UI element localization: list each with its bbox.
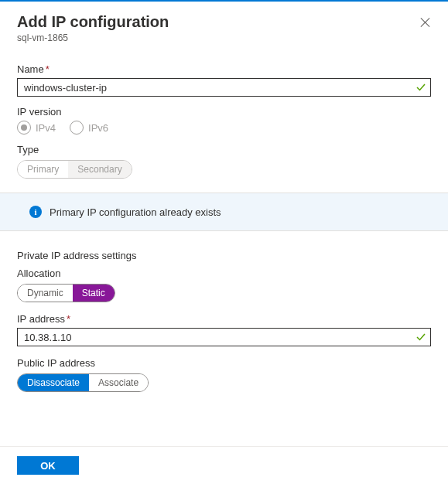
valid-check-icon [416,332,426,343]
allocation-label: Allocation [17,268,431,279]
ip-address-label: IP address* [17,313,431,325]
blade-body: Name* IP version IPv4 IPv6 [0,49,448,446]
blade-titles: Add IP configuration sql-vm-1865 [17,12,420,43]
required-indicator: * [46,63,50,75]
info-bar: i Primary IP configuration already exist… [0,193,448,231]
name-field: Name* [17,63,431,97]
ipv4-radio [17,121,31,135]
allocation-static-pill[interactable]: Static [73,285,115,302]
ip-address-input[interactable] [17,328,431,346]
allocation-dynamic-pill[interactable]: Dynamic [18,285,73,302]
ip-version-options: IPv4 IPv6 [17,121,431,135]
type-field: Type Primary Secondary [17,144,431,179]
name-input-wrap [17,78,431,97]
ipv6-option: IPv6 [70,121,108,135]
ipv6-radio [70,121,84,135]
ip-address-field: IP address* [17,313,431,346]
allocation-toggle[interactable]: Dynamic Static [17,284,115,302]
valid-check-icon [416,82,426,93]
info-icon: i [29,206,42,218]
blade-header: Add IP configuration sql-vm-1865 [0,2,448,49]
ip-version-field: IP version IPv4 IPv6 [17,106,431,135]
ip-address-label-text: IP address [17,313,65,325]
add-ip-config-blade: Add IP configuration sql-vm-1865 Name* I… [0,0,448,484]
ip-version-label: IP version [17,106,431,118]
blade-footer: OK [0,446,448,484]
private-ip-section-title: Private IP address settings [17,250,431,261]
info-text: Primary IP configuration already exists [50,206,221,218]
type-label: Type [17,144,431,155]
blade-title: Add IP configuration [17,12,420,31]
public-ip-disassociate-pill[interactable]: Disassociate [18,374,89,391]
type-secondary-pill: Secondary [68,161,131,178]
name-label: Name* [17,63,431,75]
public-ip-associate-pill[interactable]: Associate [89,374,148,391]
public-ip-label: Public IP address [17,357,431,369]
type-toggle: Primary Secondary [17,160,132,179]
public-ip-toggle[interactable]: Disassociate Associate [17,373,149,392]
name-label-text: Name [17,63,44,75]
blade-subtitle: sql-vm-1865 [17,32,420,43]
ipv4-label: IPv4 [36,122,56,134]
ipv6-label: IPv6 [88,122,108,134]
ipv4-option: IPv4 [17,121,56,135]
ip-address-input-wrap [17,328,431,346]
name-input[interactable] [17,78,431,97]
ok-button[interactable]: OK [17,456,79,475]
required-indicator: * [67,313,70,325]
close-icon[interactable] [420,17,431,28]
type-primary-pill: Primary [18,161,68,178]
